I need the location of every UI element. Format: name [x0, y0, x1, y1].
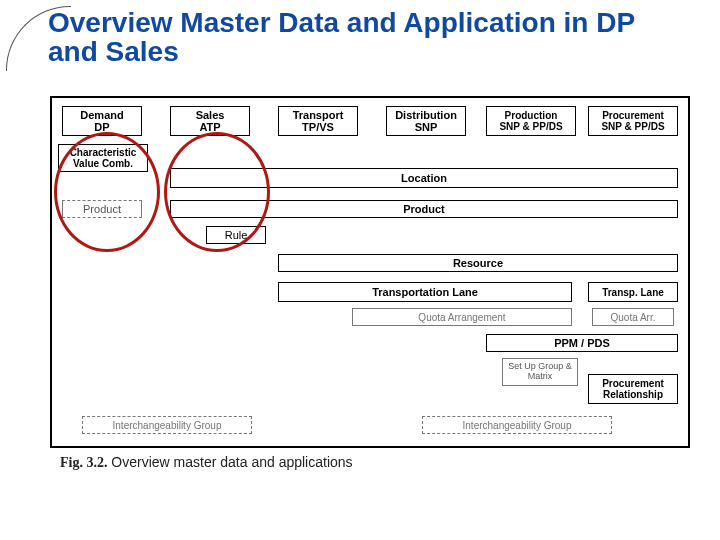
highlight-ellipse-left [54, 132, 160, 252]
col-procurement-snp-ppds: ProcurementSNP & PP/DS [588, 106, 678, 136]
box-transportation-lane: Transportation Lane [278, 282, 572, 302]
col-transport-tpvs: TransportTP/VS [278, 106, 358, 136]
box-quota-arr-right: Quota Arr. [592, 308, 674, 326]
figure-number: Fig. 3.2. [60, 455, 107, 470]
page-title: Overview Master Data and Application in … [48, 8, 690, 67]
col-production-snp-ppds: ProductionSNP & PP/DS [486, 106, 576, 136]
figure-caption: Fig. 3.2. Overview master data and appli… [60, 454, 353, 471]
box-procurement-relationship: Procurement Relationship [588, 374, 678, 404]
title-text: Overview Master Data and Application in … [48, 7, 635, 67]
box-quota-arrangement: Quota Arrangement [352, 308, 572, 326]
col-distribution-snp: DistributionSNP [386, 106, 466, 136]
box-interchangeability-left: Interchangeability Group [82, 416, 252, 434]
box-resource: Resource [278, 254, 678, 272]
box-interchangeability-right: Interchangeability Group [422, 416, 612, 434]
figure-text: Overview master data and applications [107, 454, 352, 470]
box-setup-group-matrix: Set Up Group & Matrix [502, 358, 578, 386]
highlight-ellipse-right [164, 132, 270, 252]
box-transp-lane-right: Transp. Lane [588, 282, 678, 302]
diagram-frame: DemandDP SalesATP TransportTP/VS Distrib… [50, 96, 690, 448]
box-ppm-pds: PPM / PDS [486, 334, 678, 352]
